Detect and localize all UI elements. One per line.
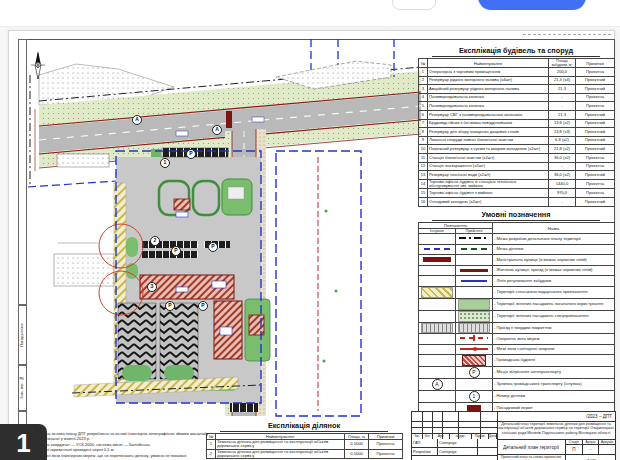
cell-notes: Проектна: [369, 449, 403, 459]
cell-name: Земельна ділянка для розміщення та експл…: [216, 449, 345, 459]
role-name: Солярчук: [438, 448, 478, 456]
legend-row: 1 - Номер ділянки: [419, 391, 615, 403]
legend-symbol-existing: [419, 265, 456, 276]
stage-value: П: [565, 445, 582, 454]
legend-symbol-accepted: [456, 265, 493, 276]
legend-symbol-existing: [419, 355, 456, 367]
plot-number-marker: 2: [150, 236, 160, 246]
legend-symbol-accepted: [456, 355, 493, 367]
table-row: 8 Резервуар для збору очищених дощових с…: [419, 128, 615, 137]
cell-area: -: [549, 197, 576, 206]
signature-row: Розробив Солярчук: [412, 448, 497, 457]
cell-name: Резервуар технічної води (х2шт): [428, 171, 549, 180]
page-number-badge: 1: [0, 424, 47, 460]
cell-notes: Проектна: [576, 189, 615, 198]
cell-name: Земельна ділянка для розміщення та експл…: [216, 440, 345, 450]
road-crossing: [230, 403, 258, 412]
primary-action-button[interactable]: [478, 0, 586, 10]
legend-name: - Житлова вулиця, проїзд (в межах червон…: [493, 265, 615, 276]
cell-num: 6: [419, 110, 428, 119]
screen: Погодження Зам. інв. № Підпис і дата: [0, 0, 620, 460]
cell-area: 13,8 (х3): [549, 128, 576, 137]
legend-symbol-existing: [419, 276, 456, 287]
legend-row: - Магістральна вулиця (в межах червоних …: [419, 255, 615, 266]
cell-name: Аварійний резервуар рідкого моторного па…: [428, 85, 549, 94]
role-name: Солярчук: [438, 439, 478, 447]
legend-row: - Житлова вулиця, проїзд (в межах червон…: [419, 265, 615, 276]
cell-area: 970,0: [549, 189, 576, 198]
cell-name: Локальні споруди повної біологічної очис…: [428, 136, 549, 145]
cell-notes: Проектна: [369, 440, 403, 450]
secondary-button[interactable]: [392, 0, 436, 10]
cell-area: -: [549, 102, 576, 111]
legend-table: Умовні позначення Позначення Назва Існую…: [418, 210, 614, 424]
legend-name: - Території сільськогосподарського призн…: [493, 286, 615, 298]
legend-symbol-icon: [461, 248, 487, 250]
legend-symbol-icon: [460, 337, 488, 339]
legend-symbol-icon: [461, 280, 487, 282]
legend-symbol-accepted: [456, 344, 493, 355]
sheet-title: Проектний план та схема проектних обмеже…: [498, 455, 564, 460]
legend-symbol-accepted: 1: [456, 391, 493, 403]
cell-area: 36,0 (х2): [549, 153, 576, 162]
legend-name: - Зупинка громадського транспорту (існую…: [493, 379, 615, 391]
legend-row: Р - Місця зберігання автотранспорту: [419, 367, 615, 379]
legend-name: - Межа ділянки: [493, 244, 615, 255]
cell-notes: Проектний: [576, 76, 615, 85]
table-title: Умовні позначення: [432, 210, 600, 221]
cell-area: -: [549, 162, 576, 171]
cell-notes: Проектна: [576, 93, 615, 102]
legend-symbol-icon: [462, 355, 486, 366]
cell-name: Оглядовий колодязь (х2шт): [428, 197, 549, 206]
cell-notes: Проектний: [576, 197, 615, 206]
cell-area: 1440,0: [549, 179, 576, 189]
legend-row: А - Зупинка громадського транспорту (існ…: [419, 379, 615, 391]
legend-symbol-existing: [419, 322, 456, 333]
note-line: 4. Охоронні зони інженерних мереж, що не…: [29, 453, 213, 458]
cell-area: 200,0: [549, 68, 576, 77]
legend-symbol-accepted: [456, 255, 493, 266]
legend-symbol-existing: [419, 234, 456, 245]
col-header-name: Назва: [493, 223, 615, 234]
cell-notes: Проектний: [576, 110, 615, 119]
note-line: 3. Суцільні горизонталі проведені через …: [29, 447, 213, 452]
cell-name: Торгово-офісна будівля зі станцією техні…: [428, 179, 549, 189]
legend-name: - Межі зони санітарної охорони: [493, 344, 615, 355]
table-row: 5 Паливороздавальна колонка - Проектна: [419, 102, 615, 111]
cell-area: 36,0 (х2): [549, 171, 576, 180]
cell-num: 16: [419, 197, 428, 206]
site-plan-drawing: [26, 31, 421, 418]
note-line: 1. Графічна основа плану ДПТ розроблена …: [29, 431, 213, 441]
cell-name: Резервуар рідкого моторного палива (х4шт…: [428, 76, 549, 85]
legend-symbol-accepted: Р: [456, 367, 493, 379]
legend-symbol-icon: 1: [469, 391, 480, 402]
cell-num: 2: [419, 76, 428, 85]
legend-name: - Території зелених насаджень спецпризна…: [493, 310, 615, 322]
col-header-notes: Примітки: [576, 59, 615, 68]
table-title: Експлікація ділянок: [220, 421, 388, 432]
cell-name: Операторна з торговим приміщенням: [428, 68, 549, 77]
table-row: 15 Торгово-офісна будівля з мийкою 970,0…: [419, 189, 615, 198]
bus-stop-marker: А: [132, 115, 142, 125]
bus-shelter: [226, 111, 232, 128]
cell-area: 6,8 (х2): [549, 136, 576, 145]
plot-number-marker: 3: [147, 282, 157, 292]
legend-symbol-existing: [419, 298, 456, 310]
legend-symbol-existing: [419, 286, 456, 298]
cell-notes: Проектний: [576, 85, 615, 94]
table-row: 10 Пожежний резервуар з сухим та мокрим …: [419, 145, 615, 154]
cell-name: Паливороздавальна колонка: [428, 93, 549, 102]
cell-area: 0,5000: [345, 440, 369, 450]
plot-number-marker: 1: [160, 158, 170, 168]
drawing-notes: 1. Графічна основа плану ДПТ розроблена …: [29, 431, 213, 458]
legend-symbol-icon: [458, 323, 490, 333]
cell-notes: Проектний: [576, 145, 615, 154]
cell-num: 5: [419, 102, 428, 111]
cell-notes: Проектна: [576, 102, 615, 111]
cell-name: Станція біологічної очистки (х2шт): [428, 153, 549, 162]
legend-symbol-icon: [458, 311, 490, 322]
cell-area: 21,3: [549, 85, 576, 94]
cell-name: Резервуар для збору очищених дощових сто…: [428, 128, 549, 137]
legend-name: - Лінія регулювання забудови: [493, 276, 615, 287]
table-row: 7 Брудовідстійник з бензомасловідділювач…: [419, 119, 615, 128]
